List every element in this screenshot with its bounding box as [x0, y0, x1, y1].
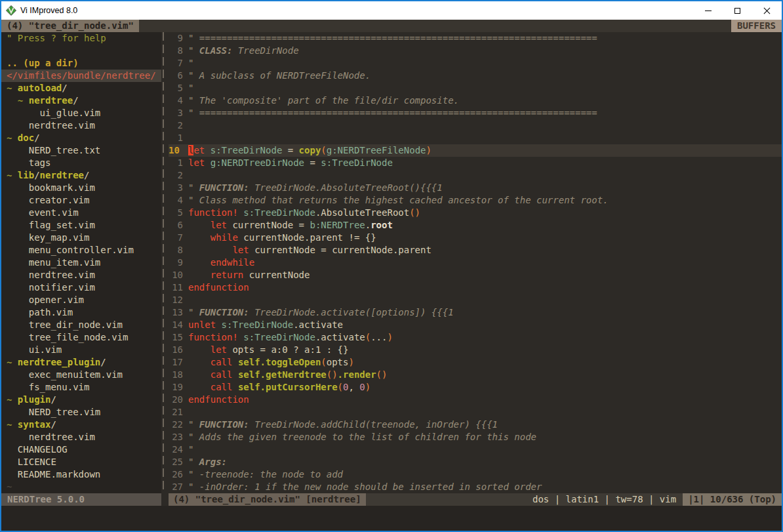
tree-item[interactable]: event.vim — [1, 207, 161, 219]
tree-item[interactable]: " Press ? for help — [1, 32, 161, 45]
code-line[interactable]: 5function! s:TreeDirNode.AbsoluteTreeRoo… — [169, 207, 782, 219]
window-separator[interactable] — [161, 32, 169, 493]
tree-item[interactable]: notifier.vim — [1, 281, 161, 294]
tree-item[interactable]: ~ nerdtree_plugin/ — [1, 356, 161, 369]
code-line[interactable]: 5" — [169, 82, 782, 94]
command-line[interactable] — [1, 506, 782, 531]
tree-item[interactable]: path.vim — [1, 306, 161, 319]
code-line[interactable]: 1let g:NERDTreeDirNode = s:TreeDirNode — [169, 157, 782, 169]
code-line[interactable]: 9 endwhile — [169, 256, 782, 269]
line-number: 14 — [169, 319, 183, 331]
tree-item[interactable] — [1, 45, 161, 57]
tree-item[interactable]: LICENCE — [1, 456, 161, 468]
code-line[interactable]: 8" CLASS: TreeDirNode — [169, 45, 782, 57]
line-number: 8 — [169, 244, 183, 256]
close-button[interactable] — [752, 1, 782, 20]
code-line[interactable]: 17 call self.toggleOpen(opts) — [169, 356, 782, 369]
editor-split: " Press ? for help.. (up a dir)</vimfile… — [1, 32, 782, 493]
code-line[interactable]: 16 let opts = a:0 ? a:1 : {} — [169, 344, 782, 356]
tree-item[interactable]: nerdtree.vim — [1, 119, 161, 132]
tree-item[interactable]: ~ nerdtree/ — [1, 94, 161, 107]
minimize-button[interactable] — [693, 1, 723, 20]
code-line[interactable]: 20endfunction — [169, 394, 782, 406]
code-line[interactable]: 15function! s:TreeDirNode.activate(...) — [169, 331, 782, 344]
line-number: 1 — [169, 157, 183, 169]
code-line[interactable]: 21 — [169, 406, 782, 419]
code-line[interactable]: 14unlet s:TreeDirNode.activate — [169, 319, 782, 331]
tree-item[interactable]: key_map.vim — [1, 232, 161, 244]
tree-item[interactable]: ui_glue.vim — [1, 107, 161, 119]
code-line[interactable]: 25" Args: — [169, 456, 782, 468]
line-number: 13 — [169, 306, 183, 319]
vim-logo-icon — [6, 5, 16, 16]
code-line[interactable]: 3" FUNCTION: TreeDirNode.AbsoluteTreeRoo… — [169, 182, 782, 194]
code-line[interactable]: 11endfunction — [169, 281, 782, 294]
code-line[interactable]: 27" -inOrder: 1 if the new node should b… — [169, 481, 782, 493]
tree-item[interactable]: fs_menu.vim — [1, 381, 161, 394]
tree-item[interactable]: NERD_tree.vim — [1, 406, 161, 419]
tree-item[interactable]: bookmark.vim — [1, 182, 161, 194]
line-number: 15 — [169, 331, 183, 344]
tree-item[interactable]: ~ lib/nerdtree/ — [1, 169, 161, 182]
code-line[interactable]: 19 call self.putCursorHere(0, 0) — [169, 381, 782, 394]
line-number: 6 — [169, 70, 183, 82]
tree-item[interactable]: exec_menuitem.vim — [1, 369, 161, 381]
line-number: 10 — [169, 269, 183, 281]
tree-item[interactable]: opener.vim — [1, 294, 161, 306]
tree-item[interactable]: ~ plugin/ — [1, 394, 161, 406]
code-line[interactable]: 12 — [169, 294, 782, 306]
tree-item[interactable]: ~ doc/ — [1, 132, 161, 144]
code-line[interactable]: 22" FUNCTION: TreeDirNode.addChild(treen… — [169, 419, 782, 431]
tree-item[interactable]: nerdtree.vim — [1, 269, 161, 281]
statusline-gap — [161, 493, 169, 506]
tree-item[interactable]: ~ syntax/ — [1, 419, 161, 431]
code-line[interactable]: 10let s:TreeDirNode = copy(g:NERDTreeFil… — [169, 144, 782, 157]
tree-item[interactable]: ~ — [1, 481, 161, 493]
line-number: 10 — [169, 144, 183, 157]
ruler-position: |1| 10/636 (Top) — [683, 493, 782, 506]
close-icon — [763, 7, 771, 14]
line-number: 26 — [169, 468, 183, 481]
line-number: 1 — [169, 132, 183, 144]
tree-item[interactable]: tags — [1, 157, 161, 169]
tree-item[interactable]: </vimfiles/bundle/nerdtree/ — [1, 70, 161, 82]
tree-item[interactable]: ~ autoload/ — [1, 82, 161, 94]
code-line[interactable]: 4" Class method that returns the highest… — [169, 194, 782, 207]
code-line[interactable]: 6" A subclass of NERDTreeFileNode. — [169, 70, 782, 82]
code-line[interactable]: 2 — [169, 169, 782, 182]
tree-item[interactable]: tree_file_node.vim — [1, 331, 161, 344]
code-line[interactable]: 1 — [169, 132, 782, 144]
code-line[interactable]: 13" FUNCTION: TreeDirNode.activate([opti… — [169, 306, 782, 319]
tree-item[interactable]: creator.vim — [1, 194, 161, 207]
statusline: NERDTree 5.0.0 (4) "tree_dir_node.vim" [… — [1, 493, 782, 506]
code-line[interactable]: 10 return currentNode — [169, 269, 782, 281]
line-number: 9 — [169, 256, 183, 269]
code-line[interactable]: 6 let currentNode = b:NERDTree.root — [169, 219, 782, 232]
code-line[interactable]: 26" -treenode: the node to add — [169, 468, 782, 481]
tree-item[interactable]: NERD_tree.txt — [1, 144, 161, 157]
tree-item[interactable]: ui.vim — [1, 344, 161, 356]
code-line[interactable]: 7 while currentNode.parent != {} — [169, 232, 782, 244]
code-line[interactable]: 4" The 'composite' part of the file/dir … — [169, 94, 782, 107]
line-number: 7 — [169, 57, 183, 70]
tree-item[interactable]: CHANGELOG — [1, 443, 161, 456]
tree-item[interactable]: flag_set.vim — [1, 219, 161, 232]
code-line[interactable]: 8 let currentNode = currentNode.parent — [169, 244, 782, 256]
code-line[interactable]: 3" =====================================… — [169, 107, 782, 119]
tree-item[interactable]: menu_controller.vim — [1, 244, 161, 256]
code-line[interactable]: 18 call self.getNerdtree().render() — [169, 369, 782, 381]
line-number: 16 — [169, 344, 183, 356]
code-line[interactable]: 24" — [169, 443, 782, 456]
tree-item[interactable]: .. (up a dir) — [1, 57, 161, 70]
tree-item[interactable]: README.markdown — [1, 468, 161, 481]
code-line[interactable]: 9" =====================================… — [169, 32, 782, 45]
code-line[interactable]: 23" Adds the given treenode to the list … — [169, 431, 782, 443]
code-line[interactable]: 7" — [169, 57, 782, 70]
maximize-button[interactable] — [723, 1, 752, 20]
code-line[interactable]: 2 — [169, 119, 782, 132]
tree-item[interactable]: menu_item.vim — [1, 256, 161, 269]
tree-item[interactable]: nerdtree.vim — [1, 431, 161, 443]
tree-item[interactable]: tree_dir_node.vim — [1, 319, 161, 331]
vim-window: Vi IMproved 8.0 (4) "tree_dir_node.vim" … — [0, 0, 783, 532]
tab-current[interactable]: (4) "tree_dir_node.vim" — [1, 20, 139, 32]
